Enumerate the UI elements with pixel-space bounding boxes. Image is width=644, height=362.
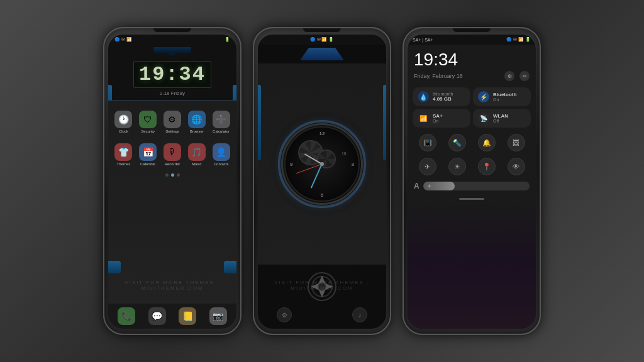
app-security-label: Security [141,129,155,133]
icon-location[interactable]: 📍 [478,158,496,175]
phone1-apps-row1: 🕐 Clock 🛡 Security ⚙ Settings 🌐 Browser … [108,106,236,138]
icon-bell[interactable]: 🔔 [478,134,496,151]
dock-camera-icon: 📷 [209,307,227,325]
phone2-status-icons: 🔵 ✉ 📶 🔋 [310,37,335,42]
iron-man-reactor [306,271,338,302]
dock-notes-icon: 📒 [179,307,196,325]
tile-bluetooth-info: Bluetooth On [493,92,516,102]
reactor-svg [306,271,338,302]
phone3-wallpaper [408,204,536,329]
app-music[interactable]: 🎵 Music [186,143,207,166]
phone3-home-line [408,194,536,204]
clock-gear-2 [317,150,336,168]
phone1-screen: 🔵 ✉ 📶 🔋 19:34 2.18 Friday 🕐 Clock 🛡 [108,35,236,329]
app-security[interactable]: 🛡 Security [138,111,158,133]
tile-bluetooth-value: On [493,97,516,102]
app-recorder[interactable]: 🎙 Recorder [162,143,183,166]
tile-data-icon: 💧 [418,91,429,102]
phone3-edit-icon[interactable]: ✏ [519,71,530,81]
app-calendar-icon: 📅 [139,143,157,161]
app-themes[interactable]: 👕 Themes [113,143,134,166]
app-calendar[interactable]: 📅 Calendar [138,143,158,166]
phone3-status-bar: SA+ | SA+ 🔵 ✉ 📶 🔋 [408,35,536,45]
phone2-clock-wrapper: 12 3 6 9 18 [281,123,363,205]
phone1-bottom-right-accent [224,261,236,273]
app-contacts[interactable]: 👤 Contacts [211,143,231,166]
dock-messages-icon: 💬 [148,307,166,325]
app-calendar-label: Calendar [140,162,155,166]
dock-camera[interactable]: 📷 [205,307,232,325]
icon-flashlight[interactable]: 🔦 [448,134,466,151]
phone1-middle: 🕐 Clock 🛡 Security ⚙ Settings 🌐 Browser … [108,101,236,304]
page-dot-2 [171,173,174,177]
phone1-status-icons: 🔵 ✉ 📶 [114,37,132,42]
app-recorder-label: Recorder [165,162,180,166]
phone2-bottom-icons: ⚙ ♪ [264,307,380,322]
phone1-top-deco [108,45,236,56]
tile-data-info: this month 4.05 GB [433,92,453,102]
app-themes-icon: 👕 [114,143,132,161]
app-browser-label: Browser [190,129,204,133]
icon-eye[interactable]: 👁 [508,158,525,175]
phone3-icon-row2: ✈ ☀ 📍 👁 [408,155,536,178]
analog-clock: 12 3 6 9 18 [281,123,363,205]
app-recorder-icon: 🎙 [164,143,181,161]
icon-airplane[interactable]: ✈ [419,158,436,175]
app-clock-icon: 🕐 [114,111,132,128]
tile-data-value: 4.05 GB [433,96,453,102]
phone-3: SA+ | SA+ 🔵 ✉ 📶 🔋 19:34 Friday, February… [402,27,541,335]
clock-num-3: 3 [351,162,353,167]
dock-phone[interactable]: 📞 [113,307,140,325]
app-clock-label: Clock [119,129,128,133]
phone2-settings-icon[interactable]: ⚙ [277,307,292,322]
phone1-status-bar: 🔵 ✉ 📶 🔋 [108,35,236,45]
app-calculator[interactable]: ➕ Calculator [211,111,231,133]
clock-num-6: 6 [321,192,323,197]
phone2-v-panel [300,48,344,60]
tile-sa-info: SA+ On [433,113,443,123]
app-settings-label: Settings [165,129,179,133]
app-calculator-icon: ➕ [213,111,230,128]
svg-point-6 [318,283,326,290]
tile-sa-value: On [433,119,443,123]
app-music-label: Music [192,162,202,166]
tile-bluetooth-label: Bluetooth [493,92,516,97]
phone2-music-icon[interactable]: ♪ [352,307,367,322]
phone3-date: Friday, February 18 [414,73,463,79]
app-settings-icon: ⚙ [164,111,181,128]
phone3-time: 19:34 [408,45,536,70]
tile-wlan-icon: 📡 [478,112,489,124]
tile-sa-label: SA+ [433,113,443,119]
clock-face: 12 3 6 9 18 [284,126,360,202]
page-dot-1 [165,173,169,177]
phone3-gear-icon[interactable]: ⚙ [504,71,514,81]
tile-bluetooth[interactable]: ⚡ Bluetooth On [473,87,531,106]
tile-sa[interactable]: 📶 SA+ On [413,109,470,128]
phone2-clock-container: 12 3 6 9 18 [258,63,386,265]
brightness-fill: ☀ [423,182,455,190]
brightness-slider[interactable]: ☀ [423,182,530,190]
icon-vibrate[interactable]: 📳 [419,134,436,151]
app-browser[interactable]: 🌐 Browser [186,111,207,133]
icon-screen[interactable]: 🖼 [508,134,525,151]
app-settings[interactable]: ⚙ Settings [162,111,183,133]
phone3-date-row: Friday, February 18 ⚙ ✏ [408,70,536,85]
phone3-icon-row1: 📳 🔦 🔔 🖼 [408,130,536,155]
app-security-icon: 🛡 [139,111,157,128]
app-contacts-label: Contacts [214,162,229,166]
tile-data[interactable]: 💧 this month 4.05 GB [413,87,470,106]
tile-wlan[interactable]: 📡 WLAN Off [473,109,531,128]
tile-wlan-value: Off [493,119,508,123]
phone-2: 🔵 ✉ 📶 🔋 12 3 6 9 18 [253,27,391,335]
home-bar [459,198,484,200]
app-clock[interactable]: 🕐 Clock [113,111,134,133]
dock-messages[interactable]: 💬 [144,307,171,325]
phone3-screen: SA+ | SA+ 🔵 ✉ 📶 🔋 19:34 Friday, February… [408,35,536,329]
phone3-sa-label: SA+ | SA+ [413,38,433,42]
phone2-status-bar: 🔵 ✉ 📶 🔋 [258,35,386,45]
icon-brightness[interactable]: ☀ [448,158,466,175]
clock-center-dot [320,162,324,166]
page-dot-3 [177,173,180,177]
phone1-battery: 🔋 [225,37,230,42]
dock-notes[interactable]: 📒 [174,307,201,325]
